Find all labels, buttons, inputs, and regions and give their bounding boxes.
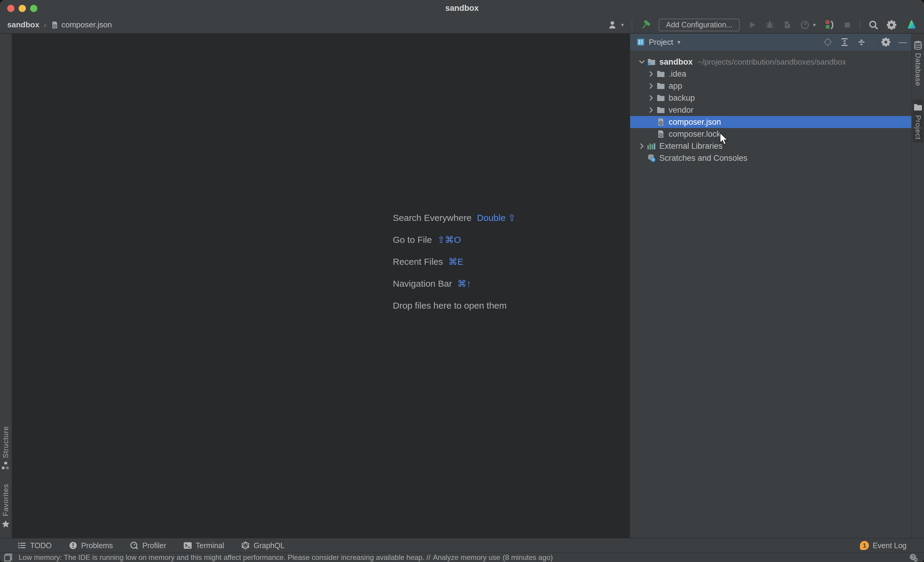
project-root-path: ~/projects/contribution/sandboxes/sandbo… [698,57,846,67]
tree-row-backup[interactable]: backup [630,92,911,104]
hint-label: Recent Files [393,257,443,267]
tool-window-bar: TODOProblemsProfilerTerminalGraphQL1Even… [0,538,924,552]
locate-file-icon[interactable] [823,37,832,47]
expand-all-icon[interactable] [840,37,849,47]
database-icon [913,40,923,50]
tree-row-app[interactable]: app [630,80,911,92]
hint-navigation-bar: Navigation Bar⌘↑ [393,273,516,294]
profiler-dropdown-chevron-icon[interactable]: ▾ [813,22,816,28]
folder-tab-icon [913,103,923,112]
chevron-right-icon[interactable] [646,106,656,115]
tool-window-tab-structure[interactable]: Structure [1,423,11,473]
libraries-icon [646,141,656,151]
project-panel-dropdown-chevron-icon[interactable]: ▾ [677,39,680,46]
tree-item-label: External Libraries [659,142,723,151]
breadcrumb: sandbox › composer.json [7,20,112,30]
chevron-down-icon[interactable] [637,57,646,66]
toolbar-actions: ▾ Add Configuration... ▾ [608,19,924,31]
star-icon [1,519,10,529]
chevron-right-icon[interactable] [637,142,646,151]
breadcrumb-file-label: composer.json [62,20,112,30]
problems-icon [69,541,78,550]
tree-item-label: composer.lock [669,130,721,139]
user-account-icon[interactable] [608,20,618,30]
event-log-count-badge: 1 [860,541,869,550]
hint-shortcut: ⇧⌘O [437,235,461,245]
ide-help-indicator-icon[interactable]: ? [908,552,919,562]
tree-row-idea[interactable]: .idea [630,68,911,80]
toolbar-separator [632,20,632,30]
main-area: StructureFavorites Search EverywhereDoub… [0,34,924,538]
message-timestamp: (8 minutes ago) [502,553,553,562]
toolbar-item-label: TODO [30,541,52,550]
scratches-icon [646,153,656,163]
hint-shortcut: ⌘E [448,256,464,267]
tree-row-external-libraries[interactable]: External Libraries [630,140,911,152]
add-configuration-button[interactable]: Add Configuration... [659,19,740,31]
search-everywhere-icon[interactable] [868,19,879,30]
hide-panel-icon[interactable]: — [899,38,907,46]
listen-php-debug-icon[interactable] [824,19,835,31]
tree-row-sandbox[interactable]: sandbox~/projects/contribution/sandboxes… [630,56,911,68]
analyze-memory-link[interactable]: Analyze memory use [433,553,500,562]
tool-window-tab-project[interactable]: Project [913,100,923,143]
panel-actions-separator [873,38,874,46]
project-panel-title[interactable]: Project [649,37,673,47]
graphql-icon [241,541,250,550]
toolbar-item-terminal[interactable]: Terminal [183,541,224,550]
left-tool-stripe: StructureFavorites [0,34,12,538]
ide-window: sandbox sandbox › composer.json ▾ Add Co… [0,0,924,562]
tool-window-tab-favorites[interactable]: Favorites [0,481,11,532]
panel-settings-gear-icon[interactable] [881,37,891,47]
project-tree: sandbox~/projects/contribution/sandboxes… [630,51,911,164]
chevron-right-icon[interactable] [646,81,656,90]
folder-icon [656,105,666,115]
build-hammer-icon[interactable] [640,19,651,30]
tool-window-tab-database[interactable]: Database [913,37,923,89]
user-dropdown-chevron-icon[interactable]: ▾ [621,22,624,28]
tree-row-scratches-and-consoles[interactable]: Scratches and Consoles [630,152,911,164]
titlebar: sandbox [0,0,924,16]
hint-shortcut: ⌘↑ [458,278,471,289]
chevron-right-icon[interactable] [646,93,656,103]
toolbar-item-problems[interactable]: Problems [69,541,113,550]
event-log-label: Event Log [873,541,906,550]
hint-recent-files: Recent Files⌘E [393,251,516,273]
run-icon[interactable] [747,20,757,30]
event-log-button[interactable]: 1Event Log [860,541,924,550]
toolbar-item-label: Problems [81,541,113,550]
project-toolwindow-icon [636,37,645,46]
profiler-icon [130,541,139,550]
tree-row-vendor[interactable]: vendor [630,104,911,116]
toolwindow-switcher-icon[interactable] [4,553,13,562]
hint-label: Search Everywhere [393,213,472,223]
breadcrumb-project[interactable]: sandbox [7,20,39,30]
settings-gear-icon[interactable] [887,19,897,30]
chevron-right-icon[interactable] [646,69,656,78]
tab-label: Structure [2,426,10,458]
ide-gradient-logo-icon[interactable] [905,19,917,31]
debug-icon[interactable] [765,20,774,30]
tree-row-composer-lock[interactable]: composer.lock [630,128,911,140]
stop-icon[interactable] [843,21,852,30]
breadcrumb-separator-icon: › [44,20,46,30]
hint-shortcut: Double ⇧ [477,212,516,223]
project-panel-header: Project ▾ — [630,34,911,51]
editor-empty-state: Search EverywhereDouble ⇧Go to File⇧⌘ORe… [12,34,630,538]
status-bar: Low memory: The IDE is running low on me… [0,552,924,562]
toolbar-item-todo[interactable]: TODO [18,541,52,550]
composer-icon [656,129,666,139]
toolbar-item-graphql[interactable]: GraphQL [241,541,285,550]
tab-label: Favorites [2,484,10,516]
run-with-coverage-icon[interactable] [782,20,792,30]
profiler-icon[interactable] [800,20,810,30]
hint-search-everywhere: Search EverywhereDouble ⇧ [393,207,516,229]
tree-item-label: composer.json [669,118,721,127]
tree-row-composer-json[interactable]: composer.json [630,116,911,128]
hint-label: Navigation Bar [393,279,452,289]
collapse-all-icon[interactable] [856,37,866,47]
toolbar-item-label: Profiler [142,541,166,550]
breadcrumb-file[interactable]: composer.json [51,20,112,30]
project-panel-actions: — [823,37,907,47]
toolbar-item-profiler[interactable]: Profiler [130,541,166,550]
